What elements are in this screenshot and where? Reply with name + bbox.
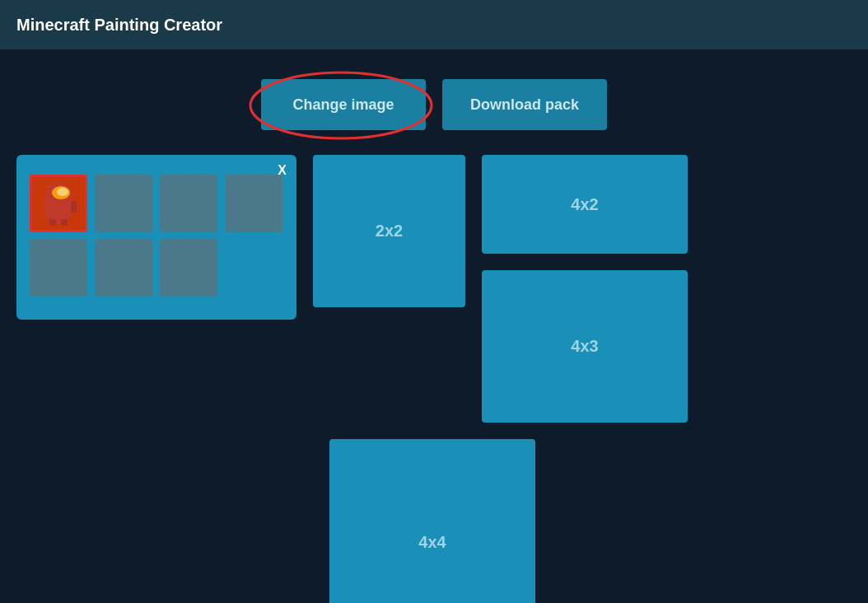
thumbnail-5[interactable] bbox=[95, 239, 152, 297]
thumbnail-4[interactable] bbox=[30, 239, 87, 297]
thumbnail-0[interactable] bbox=[30, 175, 87, 232]
thumbnail-1[interactable] bbox=[95, 175, 152, 232]
among-us-icon bbox=[40, 181, 77, 226]
app-title: Minecraft Painting Creator bbox=[16, 16, 222, 35]
right-col: 4x2 4x3 bbox=[482, 155, 688, 423]
tile-4x4[interactable]: 4x4 bbox=[329, 439, 535, 603]
bottom-row: 4x4 bbox=[16, 439, 852, 603]
top-row: X bbox=[16, 155, 852, 423]
svg-rect-5 bbox=[71, 201, 77, 213]
bottom-spacer bbox=[16, 439, 313, 603]
tile-4x3[interactable]: 4x3 bbox=[482, 270, 688, 423]
app-header: Minecraft Painting Creator bbox=[0, 0, 868, 49]
download-pack-button[interactable]: Download pack bbox=[442, 79, 607, 130]
thumbnail-3[interactable] bbox=[225, 175, 282, 232]
toolbar: Change image Download pack bbox=[0, 79, 868, 130]
svg-rect-6 bbox=[49, 219, 56, 226]
tile-2x2[interactable]: 2x2 bbox=[313, 155, 465, 307]
tile-4x2[interactable]: 4x2 bbox=[482, 155, 688, 254]
main-content: X bbox=[0, 155, 868, 603]
image-grid bbox=[30, 175, 283, 297]
thumbnail-6[interactable] bbox=[160, 239, 217, 297]
image-selector-panel: X bbox=[16, 155, 296, 320]
image-selector-close-button[interactable]: X bbox=[278, 163, 287, 178]
svg-point-4 bbox=[57, 188, 68, 196]
svg-rect-7 bbox=[61, 219, 68, 226]
change-image-button[interactable]: Change image bbox=[261, 79, 426, 130]
thumbnail-2[interactable] bbox=[160, 175, 217, 232]
